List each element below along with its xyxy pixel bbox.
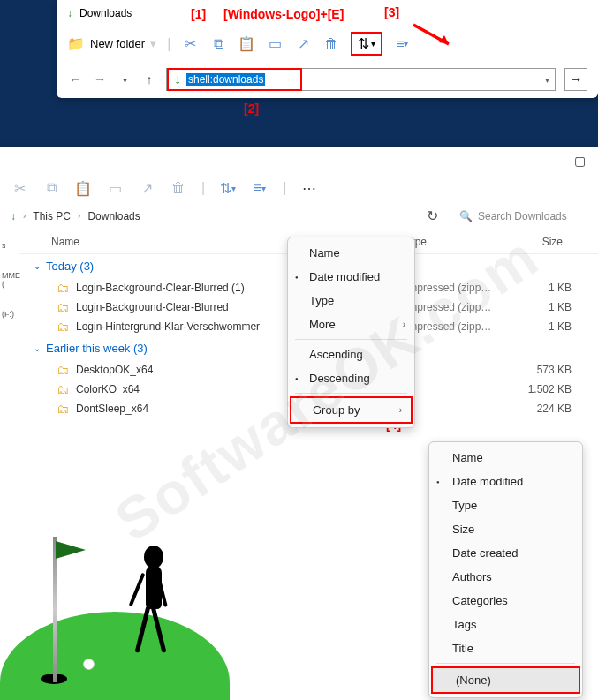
menu-title[interactable]: Title [429, 636, 582, 660]
address-bar[interactable]: ↓ shell:downloads ▾ [166, 68, 556, 91]
golf-ball [83, 659, 95, 670]
paste-icon[interactable]: 📋 [238, 35, 255, 53]
sidebar-stub[interactable]: s [0, 230, 19, 260]
golfer [128, 546, 181, 660]
file-name: Login-Hintergrund-Klar-Verschwommer [76, 320, 260, 333]
file-name: ColorKO_x64 [76, 383, 140, 395]
menu-size[interactable]: Size [429, 517, 582, 541]
search-icon: 🔍 [459, 210, 473, 222]
more-button[interactable]: ⋯ [300, 179, 318, 197]
sort-button[interactable]: ⇅ ▾ [219, 179, 237, 197]
bullet-icon: ● [295, 275, 299, 280]
address-row: ↓ › This PC › Downloads ↻ 🔍 Search Downl… [0, 202, 598, 230]
copy-icon[interactable]: ⧉ [42, 179, 60, 197]
zip-icon: 🗂 [57, 300, 71, 314]
downloads-icon: ↓ [11, 210, 16, 222]
new-folder-label: New folder [90, 37, 145, 50]
minimize-button[interactable]: — [532, 154, 555, 168]
rename-icon[interactable]: ▭ [266, 35, 284, 53]
search-input[interactable]: 🔍 Search Downloads [450, 210, 587, 222]
toolbar: 📁 New folder ▾ | ✂ ⧉ 📋 ▭ ↗ 🗑 ⇅ ▾ ≡ ▾ [57, 26, 598, 61]
file-name: Login-Background-Clear-Blurred (1) [76, 282, 245, 294]
golf-illustration [0, 523, 230, 700]
menu-name[interactable]: Name [429, 446, 582, 470]
menu-more[interactable]: More› [288, 312, 414, 336]
bullet-icon: ● [436, 479, 440, 485]
annotation-1-text: [Windows-Logo]+[E] [223, 7, 344, 21]
separator: | [283, 180, 286, 196]
refresh-button[interactable]: ↻ [423, 207, 442, 224]
menu-type[interactable]: Type [288, 289, 414, 312]
search-placeholder: Search Downloads [478, 210, 567, 222]
new-folder-icon: 📁 [67, 35, 85, 53]
menu-ascending[interactable]: Ascending [288, 342, 414, 366]
flag [56, 541, 86, 559]
go-button[interactable]: → [564, 68, 587, 91]
file-size: 1 KB [510, 320, 572, 333]
menu-authors[interactable]: Authors [429, 565, 582, 589]
up-button[interactable]: ↑ [141, 72, 157, 87]
chevron-down-icon: ⌄ [34, 343, 41, 353]
sidebar-mme[interactable]: MME ( [0, 260, 19, 299]
menu-date-created[interactable]: Date created [429, 541, 582, 565]
breadcrumb-leaf[interactable]: Downloads [87, 210, 140, 222]
zip-icon: 🗂 [57, 320, 71, 334]
annotation-2: [2] [244, 102, 259, 116]
file-size: 1.502 KB [510, 383, 572, 395]
separator [295, 339, 407, 340]
separator: | [167, 36, 170, 52]
breadcrumb[interactable]: ↓ › This PC › Downloads [11, 210, 414, 222]
separator [436, 663, 575, 664]
share-icon[interactable]: ↗ [138, 179, 155, 197]
file-size: 1 KB [510, 282, 572, 294]
chevron-down-icon[interactable]: ▾ [540, 75, 555, 85]
delete-icon[interactable]: 🗑 [322, 35, 340, 53]
maximize-button[interactable]: ▢ [569, 154, 591, 168]
menu-categories[interactable]: Categories [429, 589, 582, 613]
toolbar: ✂ ⧉ 📋 ▭ ↗ 🗑 | ⇅ ▾ ≡ ▾ | ⋯ [0, 174, 598, 202]
file-name: DesktopOK_x64 [76, 364, 153, 376]
chevron-down-icon: ▾ [150, 37, 156, 50]
menu-none[interactable]: (None) [431, 666, 580, 694]
menu-tags[interactable]: Tags [429, 613, 582, 636]
rename-icon[interactable]: ▭ [106, 179, 124, 197]
annotation-arrow [409, 23, 458, 49]
zip-icon: 🗂 [57, 402, 71, 416]
file-size: 573 KB [510, 364, 572, 376]
menu-group-by[interactable]: Group by› [290, 396, 413, 424]
new-folder-button[interactable]: 📁 New folder ▾ [67, 35, 156, 53]
delete-icon[interactable]: 🗑 [170, 179, 187, 197]
chevron-down-icon[interactable]: ▾ [117, 75, 132, 85]
menu-type[interactable]: Type [429, 493, 582, 517]
forward-button[interactable]: → [92, 72, 108, 87]
breadcrumb-root[interactable]: This PC [33, 210, 71, 222]
zip-icon: 🗂 [57, 363, 71, 377]
sort-menu: Name ●Date modified Type More› Ascending… [287, 237, 415, 428]
column-name[interactable]: Name [19, 230, 289, 253]
sidebar-f[interactable]: (F:) [0, 299, 19, 329]
menu-date-modified[interactable]: ●Date modified [288, 265, 414, 289]
chevron-right-icon: › [23, 211, 26, 221]
address-row: ← → ▾ ↑ ↓ shell:downloads ▾ → [57, 61, 598, 98]
menu-descending[interactable]: ●Descending [288, 366, 414, 390]
separator: | [201, 180, 205, 196]
menu-name[interactable]: Name [288, 241, 414, 265]
cut-icon[interactable]: ✂ [11, 179, 28, 197]
file-name: DontSleep_x64 [76, 403, 148, 415]
back-button[interactable]: ← [67, 72, 83, 87]
file-size: 224 KB [510, 403, 572, 415]
copy-icon[interactable]: ⧉ [209, 35, 227, 53]
column-size[interactable]: Size [510, 230, 572, 253]
share-icon[interactable]: ↗ [294, 35, 312, 53]
sort-button[interactable]: ⇅ ▾ [351, 32, 382, 56]
bullet-icon: ● [295, 376, 299, 381]
downloads-icon: ↓ [174, 72, 181, 87]
paste-icon[interactable]: 📋 [74, 179, 92, 197]
cut-icon[interactable]: ✂ [181, 35, 199, 53]
group-by-menu: Name ●Date modified Type Size Date creat… [428, 441, 583, 698]
menu-date-modified[interactable]: ●Date modified [429, 470, 582, 493]
address-highlight: ↓ shell:downloads [167, 68, 302, 91]
group-label: Today (3) [46, 260, 94, 273]
view-button[interactable]: ≡ ▾ [251, 179, 269, 197]
chevron-right-icon: › [403, 320, 405, 329]
